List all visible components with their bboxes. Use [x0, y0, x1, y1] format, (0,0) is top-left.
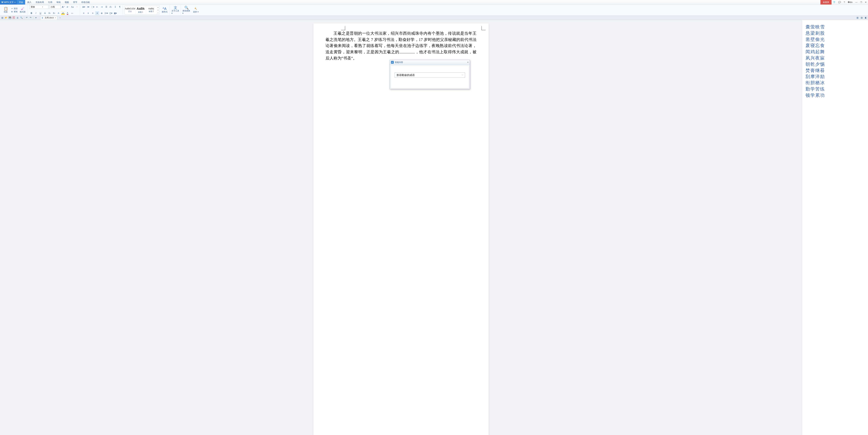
font-size-input[interactable] [50, 5, 61, 8]
style-heading1[interactable]: AaBk 标题 1 [135, 6, 146, 14]
tab-close-icon[interactable]: × [55, 16, 56, 19]
task-pane-icon[interactable]: ▤ [860, 16, 863, 19]
line-spacing-button[interactable]: ‡≡▾ [104, 11, 108, 15]
idiom-item[interactable]: 衔胆栖冰 [806, 80, 865, 86]
qat-open-icon[interactable]: 📂 [4, 16, 8, 19]
ribbon-toggle-icon[interactable]: �ălo [846, 0, 854, 4]
dialog-input[interactable] [396, 73, 462, 77]
idiom-item[interactable]: 凿壁偷光 [806, 37, 865, 42]
page[interactable]: 王羲之是晋朝的一位大书法家，绍兴市西街戒珠寺内有个墨池，传说就是当年王羲之洗笔的… [313, 24, 489, 435]
align-distribute-button[interactable]: ≣ [100, 11, 104, 15]
italic-button[interactable]: I [34, 11, 38, 15]
superscript-button[interactable]: X2 [48, 11, 51, 15]
cut-button[interactable]: ✂剪切 [11, 7, 18, 10]
more-pane-icon[interactable]: ◧ [864, 16, 867, 19]
multilevel-button[interactable]: ⬚▾ [91, 5, 95, 9]
style-normal[interactable]: AaBbCcDd 正文 [125, 6, 135, 14]
qat-saveas-icon[interactable]: 🄿 [12, 16, 15, 19]
help-icon[interactable]: ? [842, 0, 846, 4]
strikethrough-button[interactable]: A [43, 11, 47, 15]
align-center-button[interactable]: ≡ [86, 11, 90, 15]
select-button[interactable]: ↖ 选择 ▾ [192, 7, 200, 13]
text-direction-button[interactable]: A↕ [109, 5, 113, 9]
align-right-button[interactable]: ≡ [91, 11, 95, 15]
qat-new-icon[interactable]: ▤ [1, 16, 4, 19]
dialog-close-icon[interactable]: × [467, 61, 469, 64]
dialog-titlebar[interactable]: W 智能问答 × [390, 60, 470, 65]
idiom-item[interactable]: 夙兴夜寐 [806, 55, 865, 61]
change-case-button[interactable]: Aⅎ [70, 5, 74, 9]
document-tab[interactable]: 🗎 文档.docx × [40, 16, 57, 20]
menu-tab-sections[interactable]: 章节 [71, 0, 79, 4]
underline-button[interactable]: U [38, 11, 42, 15]
feedback-icon[interactable]: 💬 [837, 0, 842, 4]
idiom-item[interactable]: 悬梁刺股 [806, 30, 865, 36]
idiom-item[interactable]: 朝乾夕惕 [806, 61, 865, 67]
idiom-item[interactable]: 焚膏继晷 [806, 68, 865, 73]
menu-tab-special[interactable]: 特色功能 [79, 0, 92, 4]
idiom-item[interactable]: 废寝忘食 [806, 43, 865, 48]
style-gallery-scroll[interactable]: ▴▾▿ [157, 6, 159, 14]
show-marks-button[interactable]: ¶ [118, 5, 122, 9]
font-size-combo[interactable]: ▾ [49, 5, 61, 9]
clear-format-button[interactable]: ⍨ [75, 5, 79, 9]
menu-tab-review[interactable]: 审阅 [54, 0, 63, 4]
menu-tab-page-layout[interactable]: 页面布局 [33, 0, 46, 4]
align-left-button[interactable]: ≡ [82, 11, 86, 15]
login-button[interactable]: 未登录 [820, 0, 832, 4]
close-button[interactable]: ✕ [864, 0, 868, 4]
align-justify-button[interactable]: ≡ [95, 11, 99, 15]
dialog-input-wrap[interactable]: ﹀ [395, 72, 465, 78]
qat-undo-icon[interactable]: ↶ [25, 16, 28, 19]
menu-tab-view[interactable]: 视图 [63, 0, 71, 4]
format-painter-button[interactable]: 🖌 格式刷 [19, 7, 27, 13]
fill-blank[interactable] [399, 49, 415, 53]
idiom-item[interactable]: 闻鸡起舞 [806, 49, 865, 55]
document-area[interactable]: 王羲之是晋朝的一位大书法家，绍兴市西街戒珠寺内有个墨池，传说就是当年王羲之洗笔的… [0, 20, 802, 435]
font-family-input[interactable] [30, 5, 41, 8]
highlight-button[interactable]: ab [61, 11, 65, 15]
shrink-font-button[interactable]: A⁻ [66, 5, 70, 9]
sort-button[interactable]: ↧ [113, 5, 117, 9]
idiom-item[interactable]: 囊萤映雪 [806, 24, 865, 30]
minimize-button[interactable]: — [854, 0, 859, 4]
paste-button[interactable]: 📋 粘贴 [2, 7, 10, 13]
text-effects-button[interactable]: A [57, 11, 60, 15]
qat-preview-icon[interactable]: 🔍 [20, 16, 23, 19]
bold-button[interactable]: B [30, 11, 33, 15]
decrease-indent-button[interactable]: ⇤ [95, 5, 99, 9]
qat-customize-icon[interactable]: ▾ [34, 16, 37, 19]
menu-tab-references[interactable]: 引用 [46, 0, 54, 4]
tab-settings-button[interactable]: ☰ [104, 5, 108, 9]
menu-tab-start[interactable]: 开始 [17, 0, 25, 4]
qat-redo-icon[interactable]: ↷ [29, 16, 32, 19]
skin-icon[interactable]: 👕 [832, 0, 837, 4]
grow-font-button[interactable]: A⁺ [61, 5, 65, 9]
qat-print-icon[interactable]: 🖨 [16, 16, 19, 19]
new-tab-button[interactable]: ＋ [59, 16, 61, 19]
dropdown-icon[interactable]: ﹀ [462, 74, 464, 76]
text-tools-button[interactable]: 文 文字工具 ▾ [172, 6, 180, 14]
increase-indent-button[interactable]: ⇥ [100, 5, 104, 9]
subscript-button[interactable]: X2 [52, 11, 56, 15]
font-color-button[interactable]: A [66, 11, 69, 15]
new-style-button[interactable]: ᴬA 新样式 [161, 7, 168, 13]
find-replace-button[interactable]: 🔍 查找替换 ▾ [182, 6, 190, 14]
app-logo[interactable]: W WPS 文字 ▾ [0, 0, 17, 4]
numbering-button[interactable]: ≡▾ [86, 5, 90, 9]
idiom-item[interactable]: 刮摩淬励 [806, 74, 865, 79]
style-heading2[interactable]: AaBb( 标题 2 [146, 6, 157, 14]
idiom-item[interactable]: 勤学苦练 [806, 86, 865, 92]
bullets-button[interactable]: ≣▾ [82, 5, 86, 9]
idiom-item[interactable]: 顿学累功 [806, 93, 865, 98]
qat-save-icon[interactable]: 💾 [8, 16, 11, 19]
document-body[interactable]: 王羲之是晋朝的一位大书法家，绍兴市西街戒珠寺内有个墨池，传说就是当年王羲之洗笔的… [326, 30, 476, 61]
maximize-button[interactable]: ❐ [859, 0, 864, 4]
char-border-button[interactable]: ▭ [70, 11, 74, 15]
nav-pane-icon[interactable]: ▥ [856, 16, 859, 19]
borders-button[interactable]: ▦▾ [113, 11, 117, 15]
smart-qa-dialog[interactable]: W 智能问答 × ﹀ [390, 60, 470, 89]
copy-button[interactable]: ⧉复制 [11, 10, 18, 13]
shading-button[interactable]: ◫▾ [109, 11, 113, 15]
font-family-combo[interactable]: ▾ [30, 5, 49, 9]
